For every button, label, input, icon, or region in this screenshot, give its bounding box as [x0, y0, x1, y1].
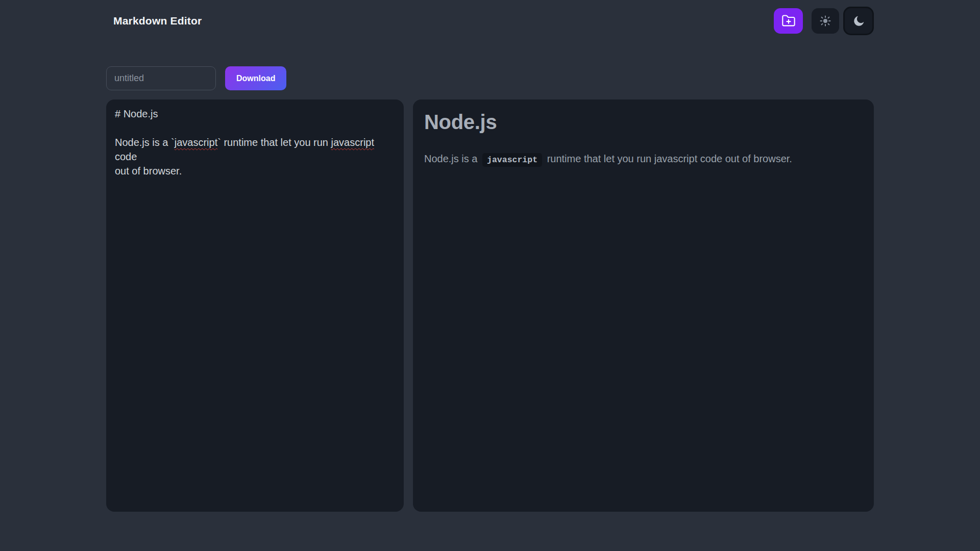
editor-text-segment: Node.js is a ` — [115, 137, 175, 148]
editor-line: # Node.js — [115, 107, 395, 121]
app-title: Markdown Editor — [113, 15, 202, 27]
download-button[interactable]: Download — [225, 66, 286, 90]
markdown-preview-pane: Node.js Node.js is a javascript runtime … — [413, 99, 874, 512]
app-container: Markdown Editor — [106, 0, 874, 512]
inline-code: javascript — [482, 153, 542, 167]
editor-text-segment: out of browser. — [115, 165, 182, 177]
misspelled-word: javascript — [175, 137, 217, 148]
editor-line: out of browser. — [115, 164, 395, 178]
preview-heading: Node.js — [424, 111, 863, 134]
editor-text-segment: # Node.js — [115, 108, 158, 119]
preview-paragraph: Node.js is a javascript runtime that let… — [424, 151, 863, 168]
file-toolbar: Download — [106, 66, 874, 90]
light-theme-button[interactable] — [812, 8, 839, 34]
editor-preview-split: # Node.jsNode.js is a `javascript` runti… — [106, 99, 874, 512]
editor-text-segment: code — [115, 151, 137, 162]
header: Markdown Editor — [106, 0, 874, 36]
markdown-editor-textarea[interactable]: # Node.jsNode.js is a `javascript` runti… — [106, 99, 404, 512]
editor-line: Node.js is a `javascript` runtime that l… — [115, 135, 395, 149]
new-file-button[interactable] — [774, 8, 803, 34]
editor-line — [115, 121, 395, 135]
preview-text-segment: runtime that let you run javascript code… — [544, 153, 792, 164]
editor-text-segment: ` runtime that let you run — [217, 137, 331, 148]
moon-icon — [852, 14, 866, 28]
misspelled-word: javascript — [331, 137, 374, 148]
filename-input[interactable] — [106, 66, 216, 90]
editor-line: code — [115, 149, 395, 164]
sun-icon — [819, 15, 831, 27]
preview-text-segment: Node.js is a — [424, 153, 480, 164]
header-actions — [774, 7, 874, 35]
folder-plus-icon — [781, 14, 796, 28]
dark-theme-button[interactable] — [843, 7, 874, 35]
